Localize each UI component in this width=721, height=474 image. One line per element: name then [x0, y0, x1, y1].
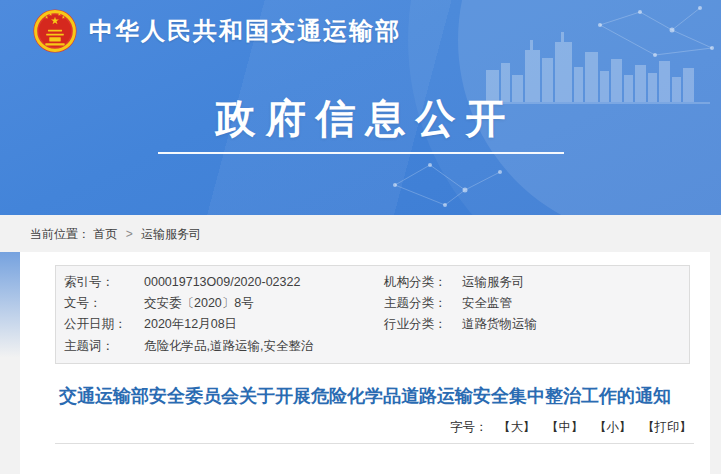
meta-value-org-category: 运输服务司 — [462, 272, 689, 293]
table-row: 索引号： 000019713O09/2020-02322 机构分类： 运输服务司 — [64, 272, 689, 293]
meta-label-org-category: 机构分类： — [384, 272, 462, 293]
meta-label-doc-no: 文号： — [64, 293, 144, 314]
site-logo[interactable]: 中华人民共和国交通运输部 — [33, 9, 401, 53]
breadcrumb-current-link[interactable]: 运输服务司 — [141, 227, 201, 241]
table-row: 主题词： 危险化学品,道路运输,安全整治 — [64, 336, 689, 357]
content-divider — [55, 443, 694, 444]
font-size-toolbar: 字号： 【大】 【中】 【小】 【打印】 — [20, 419, 692, 436]
meta-value-index-no: 000019713O09/2020-02322 — [144, 272, 384, 293]
meta-label-industry-category: 行业分类： — [384, 314, 462, 335]
page: 中华人民共和国交通运输部 政府信息公开 当前位置： 首页 > 运输服务司 索引号… — [0, 0, 721, 474]
meta-label-keywords: 主题词： — [64, 336, 144, 357]
banner-underline — [158, 152, 564, 154]
site-title: 中华人民共和国交通运输部 — [89, 15, 401, 47]
banner-circle-decoration — [408, 0, 721, 215]
network-dots-decoration — [0, 0, 721, 215]
font-size-medium-button[interactable]: 【中】 — [546, 420, 584, 434]
breadcrumb-home-link[interactable]: 首页 — [93, 227, 117, 241]
banner-circle-decoration — [458, 0, 721, 215]
breadcrumb: 当前位置： 首页 > 运输服务司 — [0, 215, 721, 252]
meta-label-empty — [384, 336, 462, 357]
meta-value-topic-category: 安全监管 — [462, 293, 689, 314]
page-title: 政府信息公开 — [0, 91, 721, 146]
meta-label-index-no: 索引号： — [64, 272, 144, 293]
meta-value-doc-no: 交安委〔2020〕8号 — [144, 293, 384, 314]
city-skyline-decoration — [478, 30, 710, 110]
meta-label-topic-category: 主题分类： — [384, 293, 462, 314]
font-size-large-button[interactable]: 【大】 — [498, 420, 536, 434]
breadcrumb-separator: > — [126, 227, 133, 241]
table-row: 公开日期： 2020年12月08日 行业分类： 道路货物运输 — [64, 314, 689, 335]
meta-label-publish-date: 公开日期： — [64, 314, 144, 335]
meta-value-keywords: 危险化学品,道路运输,安全整治 — [144, 336, 384, 357]
national-emblem-icon — [33, 9, 77, 53]
font-size-small-button[interactable]: 【小】 — [594, 420, 632, 434]
meta-value-publish-date: 2020年12月08日 — [144, 314, 384, 335]
meta-value-empty — [462, 336, 689, 357]
font-size-label: 字号： — [450, 420, 488, 434]
meta-value-industry-category: 道路货物运输 — [462, 314, 689, 335]
table-row: 文号： 交安委〔2020〕8号 主题分类： 安全监管 — [64, 293, 689, 314]
print-button[interactable]: 【打印】 — [642, 420, 692, 434]
breadcrumb-label: 当前位置： — [30, 227, 90, 241]
content-panel: 索引号： 000019713O09/2020-02322 机构分类： 运输服务司… — [20, 252, 710, 474]
document-meta-table: 索引号： 000019713O09/2020-02322 机构分类： 运输服务司… — [55, 265, 690, 364]
site-header: 中华人民共和国交通运输部 政府信息公开 — [0, 0, 721, 215]
article-title: 交通运输部安全委员会关于开展危险化学品道路运输安全集中整治工作的通知 — [55, 383, 675, 410]
